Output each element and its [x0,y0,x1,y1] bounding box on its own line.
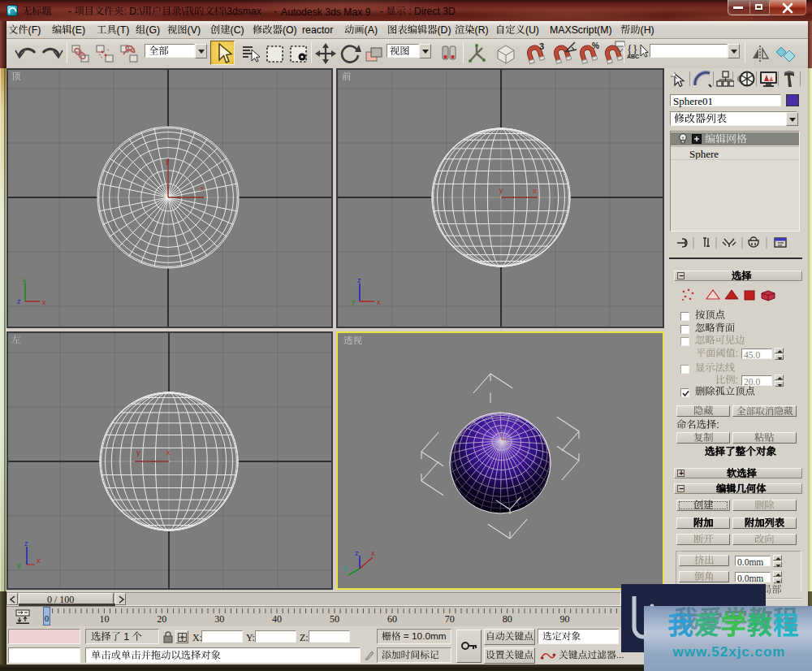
svg-text:: Direct 3D: : Direct 3D [406,6,456,17]
svg-text:reactor: reactor [302,24,333,36]
svg-text:(O): (O) [283,24,297,36]
svg-text:\: \ [182,6,185,17]
svg-text:z: z [17,297,21,305]
svg-text:(R): (R) [475,24,489,36]
svg-text:MAXScript(M): MAXScript(M) [550,24,612,36]
svg-text:y: y [17,561,21,569]
svg-text:\3dsmax: \3dsmax [224,6,261,17]
svg-text:-: - [274,6,277,17]
svg-text:y: y [23,276,27,284]
svg-text:y: y [499,186,503,194]
svg-text:= 10.0mm: = 10.0mm [401,630,447,642]
svg-text:(E): (E) [72,24,85,36]
svg-text::: : [736,374,738,386]
svg-text:z: z [357,276,361,284]
svg-text:-: - [68,6,74,17]
svg-text:(A): (A) [365,24,378,36]
svg-text:x: x [201,184,205,193]
svg-text:-: - [380,6,386,17]
svg-text:x: x [166,448,171,457]
svg-text:(C): (C) [231,24,244,36]
svg-text::: : [736,348,738,359]
svg-text:(D): (D) [438,24,451,36]
svg-text:y: y [136,448,140,457]
svg-text:x: x [37,556,41,565]
svg-text:x: x [533,187,537,195]
svg-text:z: z [24,539,28,548]
svg-text:1: 1 [121,631,132,643]
svg-text:x: x [371,549,375,557]
svg-text:(H): (H) [641,24,654,36]
svg-text:z: z [355,549,359,557]
svg-text:x: x [377,298,381,306]
svg-text:y: y [166,157,170,165]
svg-text:y: y [343,564,348,572]
svg-text:(U): (U) [525,24,539,36]
svg-text:x: x [42,298,46,306]
svg-text::: : [716,419,719,431]
svg-text:(V): (V) [188,24,201,36]
svg-text:: D:\: : D:\ [124,6,143,17]
svg-text:(F): (F) [28,24,41,36]
svg-text:y: y [352,297,356,305]
svg-text:(T): (T) [117,24,130,36]
svg-text:(G): (G) [145,24,160,36]
